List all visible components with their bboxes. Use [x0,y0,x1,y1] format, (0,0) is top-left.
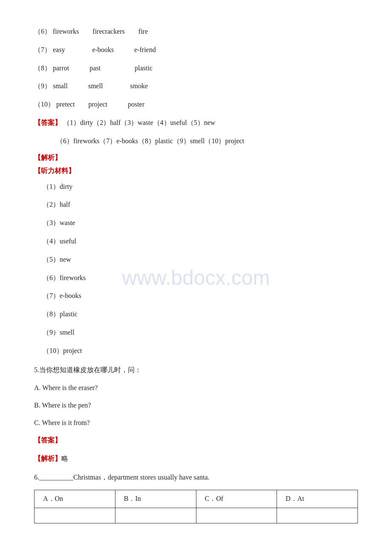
analysis-label: 【解析】 [34,154,61,161]
q6-table-header-row: A．On B．In C．Of D．At [35,490,358,508]
num-10: （10） [34,101,55,108]
q6-table: A．On B．In C．Of D．At [34,490,358,523]
q6-option-c: C．Of [196,490,277,508]
listening-item-2: （2）half [43,199,358,211]
q6-answer-c [196,508,277,523]
analysis-header: 【解析】 [34,153,358,162]
q6-answer-b [115,508,196,523]
word-list-section: （6） fireworks firecrackers fire （7） easy… [34,26,358,111]
line-6: （6） fireworks firecrackers fire [34,26,358,38]
q6-question: 6.__________Christmas，department stores … [34,471,358,484]
q5-analysis: 【解析】略 [34,453,358,465]
answer-line1: （1）dirty（2）half（3）waste（4）useful（5）new [63,119,215,126]
listening-item-5: （5）new [43,254,358,266]
listening-item-3: （3）waste [43,217,358,229]
num-7: （7） [34,46,51,53]
answer-label: 【答案】 [34,119,61,126]
q5-analysis-text: 略 [61,455,68,462]
q5-analysis-label: 【解析】 [34,455,61,462]
q5-option-a: A. Where is the eraser? [34,382,358,394]
q5-answer-label: 【答案】 [34,436,61,444]
listening-item-1: （1）dirty [43,181,358,193]
q6-option-d: D．At [277,490,358,508]
listening-item-6: （6）fireworks [43,272,358,284]
line-7: （7） easy e-books e-friend [34,44,358,56]
words-7: easy e-books e-friend [53,46,156,53]
listening-item-10: （10）project [43,345,358,357]
answer-block: 【答案】 （1）dirty（2）half（3）waste（4）useful（5）… [34,117,358,147]
q5-option-c: C. Where is it from? [34,417,358,429]
words-8: parrot past plastic [53,64,153,72]
q6-option-a: A．On [35,490,115,508]
q5-answer: 【答案】 [34,434,358,447]
q6-answer-a [35,508,115,523]
line-10: （10） pretect project poster [34,98,358,111]
num-9: （9） [34,82,51,90]
listening-item-9: （9）smell [43,327,358,339]
answer-line2-text: （6）fireworks（7）e-books（8）plastic（9）smell… [56,137,244,145]
words-6: fireworks firecrackers fire [53,28,148,35]
listening-item-4: （4）useful [43,235,358,248]
line-9: （9） small smell smoke [34,80,358,92]
question-6-section: 6.__________Christmas，department stores … [34,471,358,523]
q5-question: 5.当你想知道橡皮放在哪儿时，问： [34,364,358,376]
question-5-section: 5.当你想知道橡皮放在哪儿时，问： A. Where is the eraser… [34,364,358,465]
num-8: （8） [34,64,51,72]
listening-label: 【听力材料】 [34,167,75,174]
listening-items-section: （1）dirty （2）half （3）waste （4）useful （5）n… [34,181,358,357]
q6-answer-d [277,508,358,523]
line-8: （8） parrot past plastic [34,62,358,75]
num-6: （6） [34,28,51,35]
q5-option-b: B. Where is the pen? [34,399,358,412]
listening-item-8: （8）plastic [43,308,358,321]
words-10: pretect project poster [56,101,144,108]
answer-line2: （6）fireworks（7）e-books（8）plastic（9）smell… [56,135,358,147]
listening-item-7: （7）e-books [43,290,358,302]
q6-table-answer-row [35,508,358,523]
answer-header-line: 【答案】 （1）dirty（2）half（3）waste（4）useful（5）… [34,117,358,129]
listening-header: 【听力材料】 [34,167,358,176]
words-9: small smell smoke [53,82,148,90]
q6-option-b: B．In [115,490,196,508]
